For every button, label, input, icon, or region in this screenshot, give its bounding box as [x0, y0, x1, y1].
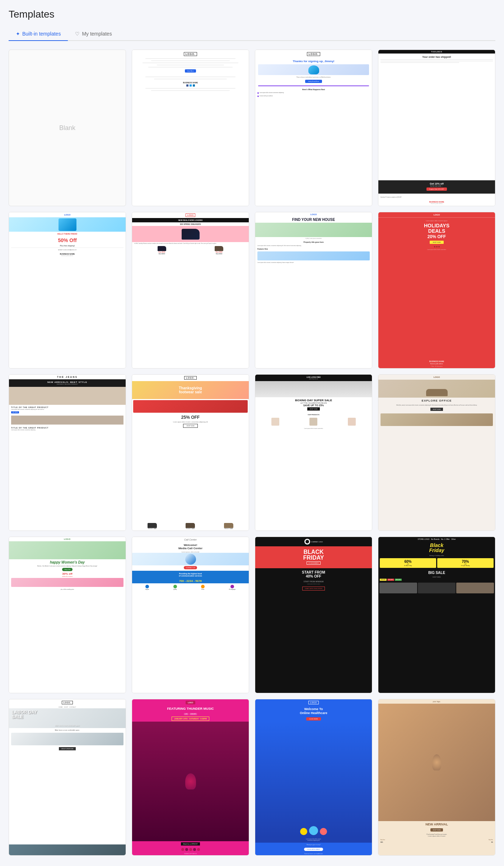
template-house[interactable]: LOGO FIND YOUR NEW HOUSE In (title), Lor… — [255, 212, 372, 369]
heart-icon: ♡ — [75, 31, 80, 37]
template-black-friday[interactable]: COMPANY LOGO BLACKFRIDAY 25 NOVEMBER STA… — [255, 537, 372, 693]
template-fifty-off[interactable]: LOGO HELLO THERE FRIEND 50% Off Plus fre… — [9, 212, 126, 369]
template-thanksgiving[interactable]: LOGO. Thanksgivingfootwear sale 25% OFF … — [132, 374, 249, 531]
template-boxing-preview: LIVE LOVE FIND www.shopnow.com BOXING DA… — [255, 375, 372, 531]
template-home-office[interactable]: LOGO EXPLORE OFFICE Hello (first_name), … — [378, 374, 495, 531]
tab-my-templates-label: My templates — [82, 31, 112, 37]
template-sneakers[interactable]: LOGO NEW DEALS NOW LOADING $30 SPRING SN… — [132, 212, 249, 369]
template-womens-day[interactable]: LOGO happy Women's Day Member + Non-Memb… — [9, 537, 126, 693]
template-signup-preview: LOGO. Thanks for signing up, Jimmy! Plea… — [255, 50, 372, 206]
template-call-center[interactable]: Call Center Welcome!Media Call Center Lo… — [132, 537, 249, 693]
template-newsletter[interactable]: LOGO. View More BUSINESS NAME — [132, 50, 249, 206]
template-jeans[interactable]: THE JEANS NEW ARRIVALS: MEET STYLE OUR B… — [9, 374, 126, 531]
template-blackfriday-preview: COMPANY LOGO BLACKFRIDAY 25 NOVEMBER STA… — [255, 537, 372, 693]
template-healthcare[interactable]: LOGO Welcome ToOnline Healthcare CLICK H… — [255, 699, 372, 856]
template-house-preview: LOGO FIND YOUR NEW HOUSE In (title), Lor… — [255, 212, 372, 368]
template-thunder-music[interactable]: LOGO FEATURING THUNDER MUSIC LIVE CONCER… — [132, 699, 249, 856]
template-bf2-preview: STORE LOGO No Brands No. 1 Offer Other B… — [378, 537, 495, 693]
template-health-preview: LOGO Welcome ToOnline Healthcare CLICK H… — [255, 699, 372, 855]
template-holidays[interactable]: LOGO Lorem ipsum dolor sit amet ipsum HO… — [378, 212, 495, 369]
template-fifty-preview: LOGO HELLO THERE FRIEND 50% Off Plus fre… — [9, 212, 126, 368]
built-in-icon: ✦ — [16, 31, 20, 37]
template-home-preview: LOGO EXPLORE OFFICE Hello (first_name), … — [378, 375, 495, 531]
tab-built-in[interactable]: ✦ Built-in templates — [9, 27, 68, 41]
template-order-shipped[interactable]: TOOLBOX Your order has shipped! Get 10% … — [378, 50, 495, 206]
template-black-friday-2[interactable]: STORE LOGO No Brands No. 1 Offer Other B… — [378, 537, 495, 693]
page-title: Templates — [9, 9, 495, 20]
template-newarrival-preview: your logo. NEW ARRIVAL SHOP NOW Purchasi… — [378, 699, 495, 855]
tab-built-in-label: Built-in templates — [22, 31, 61, 37]
template-thanksgiving-preview: LOGO. Thanksgivingfootwear sale 25% OFF … — [132, 375, 249, 531]
template-thunder-preview: LOGO FEATURING THUNDER MUSIC LIVE CONCER… — [132, 699, 249, 855]
template-jeans-preview: THE JEANS NEW ARRIVALS: MEET STYLE OUR B… — [9, 375, 126, 531]
template-signup[interactable]: LOGO. Thanks for signing up, Jimmy! Plea… — [255, 50, 372, 206]
template-labor-day[interactable]: LOGO. HOME SHOP CONTACT LABOR DAYSALE Ma… — [9, 699, 126, 856]
template-womens-preview: LOGO happy Women's Day Member + Non-Memb… — [9, 537, 126, 693]
template-sneakers-preview: LOGO NEW DEALS NOW LOADING $30 SPRING SN… — [132, 212, 249, 368]
template-blank[interactable]: Blank — [9, 50, 126, 206]
template-newsletter-preview: LOGO. View More BUSINESS NAME — [132, 50, 249, 206]
tabs-container: ✦ Built-in templates ♡ My templates — [9, 27, 495, 41]
template-laborday-preview: LOGO. HOME SHOP CONTACT LABOR DAYSALE Ma… — [9, 699, 126, 855]
tab-my-templates[interactable]: ♡ My templates — [68, 27, 119, 41]
template-order-preview: TOOLBOX Your order has shipped! Get 10% … — [378, 50, 495, 206]
template-holidays-preview: LOGO Lorem ipsum dolor sit amet ipsum HO… — [378, 212, 495, 368]
template-boxing-day[interactable]: LIVE LOVE FIND www.shopnow.com BOXING DA… — [255, 374, 372, 531]
templates-grid: Blank LOGO. View More BUSINESS NAME — [9, 50, 495, 856]
blank-label: Blank — [59, 124, 75, 132]
template-new-arrival[interactable]: your logo. NEW ARRIVAL SHOP NOW Purchasi… — [378, 699, 495, 856]
template-callcenter-preview: Call Center Welcome!Media Call Center Lo… — [132, 537, 249, 693]
